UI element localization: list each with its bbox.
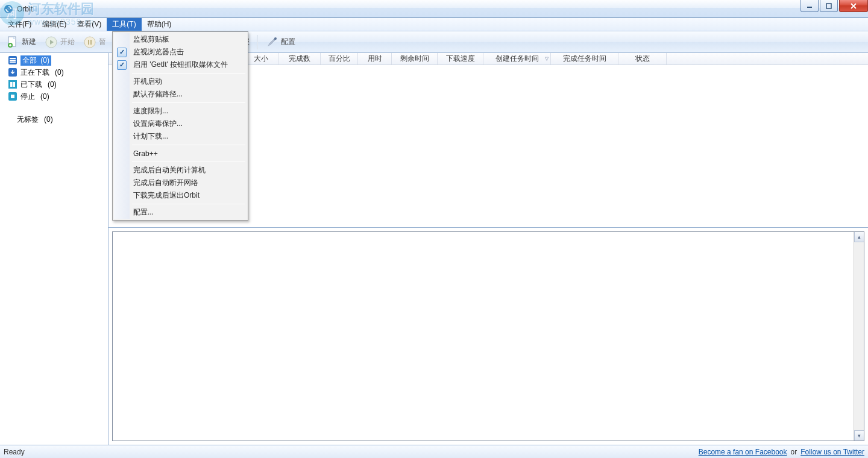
new-file-icon (6, 36, 19, 49)
svg-rect-10 (10, 58, 16, 59)
svg-rect-12 (10, 61, 16, 63)
config-button[interactable]: 配置 (262, 34, 299, 51)
menu-bar: 文件(F) 编辑(E) 查看(V) 工具(T) 帮助(H) (0, 18, 868, 31)
menu-file[interactable]: 文件(F) (2, 18, 37, 31)
menu-item-0-2[interactable]: ✓启用 'GetIt' 按钮抓取媒体文件 (114, 58, 247, 71)
title-bar[interactable]: Orbit (0, 0, 868, 18)
svg-rect-8 (90, 40, 92, 45)
menu-item-label: 速度限制... (133, 106, 168, 116)
col-remaining[interactable]: 剩余时间 (392, 53, 438, 64)
svg-point-9 (274, 37, 277, 40)
start-label: 开始 (60, 37, 75, 47)
col-speed[interactable]: 下载速度 (438, 53, 483, 64)
sidebar-downloading-count: (0) (55, 68, 64, 77)
start-button[interactable]: 开始 (41, 34, 78, 51)
svg-rect-14 (13, 82, 16, 87)
svg-rect-11 (10, 60, 16, 61)
menu-item-label: 下载完成后退出Orbit (133, 190, 200, 201)
sidebar-item-stopped[interactable]: 停止 (0) (0, 90, 108, 102)
sidebar-item-all[interactable]: 全部 (0) (0, 54, 108, 66)
pause-icon (83, 36, 96, 49)
scroll-up-button[interactable]: ▴ (854, 232, 864, 242)
col-elapsed[interactable]: 用时 (358, 53, 392, 64)
menu-item-label: 完成后自动关闭计算机 (133, 165, 206, 175)
stop-icon (8, 92, 17, 101)
menu-item-4-0[interactable]: 完成后自动关闭计算机 (114, 164, 247, 177)
svg-rect-2 (826, 4, 831, 8)
menu-item-3-0[interactable]: Grab++ (114, 147, 247, 160)
menu-item-2-1[interactable]: 设置病毒保护... (114, 118, 247, 130)
list-all-icon (8, 56, 17, 64)
maximize-button[interactable] (820, 0, 838, 12)
new-button[interactable]: 新建 (2, 34, 40, 51)
col-size[interactable]: 大小 (244, 53, 278, 64)
status-or: or (791, 448, 797, 456)
menu-view[interactable]: 查看(V) (72, 18, 107, 31)
menu-item-label: 计划下载... (133, 131, 168, 142)
scroll-down-button[interactable]: ▾ (854, 430, 864, 441)
minimize-button[interactable] (800, 0, 819, 12)
status-text: Ready (4, 448, 25, 456)
col-completed[interactable]: 完成数 (278, 53, 321, 64)
menu-item-4-2[interactable]: 下载完成后退出Orbit (114, 189, 247, 202)
menu-item-4-1[interactable]: 完成后自动断开网络 (114, 177, 247, 189)
scrollbar[interactable]: ▴ ▾ (854, 232, 864, 441)
completed-icon (8, 80, 17, 89)
download-icon (8, 68, 17, 77)
sidebar-item-completed[interactable]: 已下载 (0) (0, 78, 108, 90)
col-percent[interactable]: 百分比 (321, 53, 358, 64)
toolbar-separator (257, 35, 258, 49)
svg-rect-7 (88, 40, 89, 45)
status-bar: Ready Become a fan on Facebook or Follow… (0, 445, 868, 458)
menu-item-0-1[interactable]: ✓监视浏览器点击 (114, 46, 247, 58)
sort-desc-icon: ▽ (545, 56, 549, 61)
menu-item-label: 完成后自动断开网络 (133, 178, 198, 188)
window-title: Orbit (17, 5, 33, 13)
menu-item-2-2[interactable]: 计划下载... (114, 130, 247, 143)
sidebar-completed-count: (0) (48, 80, 57, 89)
app-icon (4, 4, 13, 14)
pause-label: 暂 (99, 37, 106, 47)
facebook-link[interactable]: Become a fan on Facebook (699, 448, 787, 456)
play-icon (45, 36, 58, 49)
menu-item-5-0[interactable]: 配置... (114, 206, 247, 219)
col-status[interactable]: 状态 (618, 53, 667, 64)
menu-separator (132, 162, 245, 162)
menu-item-0-0[interactable]: 监视剪贴板 (114, 33, 247, 46)
sidebar-notag-label: 无标签 (17, 114, 39, 125)
menu-item-1-0[interactable]: 开机启动 (114, 75, 247, 88)
menu-item-2-0[interactable]: 速度限制... (114, 105, 247, 118)
menu-help[interactable]: 帮助(H) (142, 18, 177, 31)
menu-tools[interactable]: 工具(T) (107, 18, 141, 31)
svg-rect-15 (11, 95, 14, 98)
check-icon: ✓ (117, 48, 127, 57)
settings-icon (265, 36, 278, 49)
col-spacer (667, 53, 868, 64)
sidebar-item-downloading[interactable]: 正在下载 (0) (0, 66, 108, 78)
close-button[interactable] (839, 0, 868, 12)
svg-point-6 (84, 37, 95, 48)
menu-item-label: 启用 'GetIt' 按钮抓取媒体文件 (133, 60, 228, 70)
menu-separator (132, 145, 245, 145)
check-icon: ✓ (117, 60, 127, 70)
sidebar-item-no-tag[interactable]: 无标签 (0) (0, 113, 108, 125)
tools-dropdown: 监视剪贴板✓监视浏览器点击✓启用 'GetIt' 按钮抓取媒体文件开机启动默认存… (112, 31, 248, 221)
menu-item-1-1[interactable]: 默认存储路径... (114, 88, 247, 101)
col-created[interactable]: 创建任务时间▽ (483, 53, 551, 64)
sidebar-notag-count: (0) (44, 115, 53, 124)
menu-item-label: 配置... (133, 207, 154, 218)
sidebar-stopped-count: (0) (40, 92, 49, 101)
log-pane[interactable]: ▴ ▾ (112, 231, 864, 441)
menu-edit[interactable]: 编辑(E) (37, 18, 72, 31)
svg-rect-1 (807, 7, 812, 8)
menu-item-label: 监视剪贴板 (133, 34, 169, 45)
menu-item-label: Grab++ (133, 149, 158, 158)
new-label: 新建 (22, 37, 36, 47)
col-finished[interactable]: 完成任务时间 (551, 53, 618, 64)
twitter-link[interactable]: Follow us on Twitter (800, 448, 864, 456)
menu-item-label: 开机启动 (133, 77, 162, 87)
menu-item-label: 监视浏览器点击 (133, 47, 184, 57)
sidebar-all-label: 全部 (0) (20, 55, 51, 66)
pause-button[interactable]: 暂 (80, 34, 110, 51)
sidebar-completed-label: 已下载 (20, 80, 42, 90)
